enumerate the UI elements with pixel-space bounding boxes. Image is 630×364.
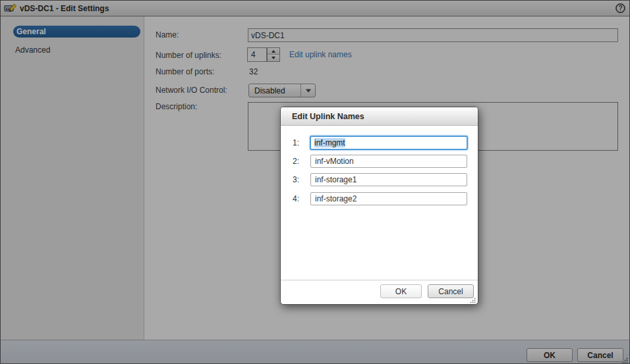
uplink-1-label: 1:	[293, 136, 303, 150]
dialog-titlebar[interactable]: Edit Uplink Names	[281, 107, 478, 126]
name-input[interactable]	[248, 28, 618, 42]
uplinks-stepper-input[interactable]	[247, 47, 267, 62]
stepper-down-button[interactable]	[268, 55, 279, 61]
dialog-footer-divider	[281, 280, 478, 280]
ok-button[interactable]: OK	[527, 348, 573, 362]
name-label: Name:	[156, 30, 179, 39]
vds-edit-icon	[4, 3, 17, 14]
sidebar: General Advanced	[1, 16, 144, 340]
window-resize-grip[interactable]	[622, 356, 628, 362]
uplinks-stepper-buttons	[267, 47, 280, 62]
dialog-cancel-button[interactable]: Cancel	[428, 284, 474, 298]
dropdown-arrow-icon	[306, 89, 311, 92]
dialog-ok-button[interactable]: OK	[380, 284, 422, 298]
help-icon[interactable]: ?	[616, 3, 625, 13]
uplink-2-input[interactable]	[310, 155, 467, 168]
nioc-dropdown[interactable]: Disabled	[248, 84, 316, 97]
nioc-label: Network I/O Control:	[156, 86, 227, 95]
dialog-resize-grip[interactable]	[470, 296, 476, 302]
uplink-3-input[interactable]	[310, 173, 467, 186]
uplink-2-label: 2:	[293, 155, 303, 169]
nioc-dropdown-value: Disabled	[254, 86, 285, 95]
edit-uplink-names-link[interactable]: Edit uplink names	[289, 50, 352, 59]
edit-settings-window: vDS-DC1 - Edit Settings ? General Advanc…	[0, 0, 630, 364]
description-label: Description:	[156, 102, 197, 111]
stepper-up-button[interactable]	[268, 48, 279, 55]
dialog-title: Edit Uplink Names	[292, 112, 364, 121]
ports-value: 32	[249, 67, 258, 76]
cancel-button[interactable]: Cancel	[577, 348, 623, 362]
edit-uplink-names-dialog: Edit Uplink Names 1: inf-mgmt 2: 3: 4: O…	[280, 107, 478, 305]
window-title: vDS-DC1 - Edit Settings	[20, 4, 109, 13]
dropdown-arrow-button[interactable]	[301, 84, 315, 97]
sidebar-item-general[interactable]: General	[13, 26, 140, 38]
uplinks-label: Number of uplinks:	[156, 51, 221, 60]
sidebar-item-advanced[interactable]: Advanced	[15, 45, 50, 55]
ports-label: Number of ports:	[156, 67, 214, 76]
uplink-4-label: 4:	[293, 192, 303, 206]
uplink-4-input[interactable]	[310, 192, 467, 205]
window-footer: OK Cancel	[1, 340, 629, 363]
uplink-1-input[interactable]: inf-mgmt	[310, 136, 468, 150]
window-titlebar[interactable]: vDS-DC1 - Edit Settings ?	[1, 1, 629, 16]
chevron-up-icon	[272, 50, 275, 53]
chevron-down-icon	[272, 57, 275, 59]
selected-text: inf-mgmt	[314, 138, 345, 147]
uplink-3-label: 3:	[293, 173, 303, 187]
